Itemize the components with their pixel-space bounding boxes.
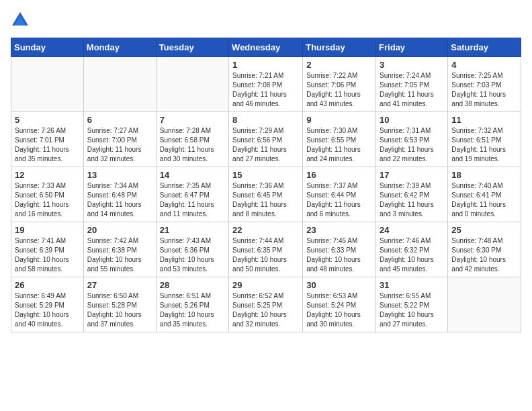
day-cell bbox=[156, 57, 228, 112]
calendar-table: SundayMondayTuesdayWednesdayThursdayFrid… bbox=[11, 38, 521, 332]
day-cell: 15Sunrise: 7:36 AM Sunset: 6:45 PM Dayli… bbox=[229, 167, 303, 222]
day-info: Sunrise: 7:48 AM Sunset: 6:30 PM Dayligh… bbox=[451, 236, 517, 274]
day-number: 1 bbox=[232, 60, 299, 70]
day-cell: 8Sunrise: 7:29 AM Sunset: 6:56 PM Daylig… bbox=[229, 112, 303, 167]
day-number: 23 bbox=[306, 225, 372, 235]
day-cell: 20Sunrise: 7:42 AM Sunset: 6:38 PM Dayli… bbox=[83, 222, 156, 277]
day-info: Sunrise: 7:33 AM Sunset: 6:50 PM Dayligh… bbox=[15, 181, 80, 219]
day-info: Sunrise: 7:44 AM Sunset: 6:35 PM Dayligh… bbox=[232, 236, 299, 274]
day-info: Sunrise: 7:46 AM Sunset: 6:32 PM Dayligh… bbox=[380, 236, 444, 274]
day-info: Sunrise: 6:51 AM Sunset: 5:26 PM Dayligh… bbox=[160, 291, 225, 329]
day-cell: 25Sunrise: 7:48 AM Sunset: 6:30 PM Dayli… bbox=[448, 222, 521, 277]
week-row-3: 12Sunrise: 7:33 AM Sunset: 6:50 PM Dayli… bbox=[11, 167, 521, 222]
day-info: Sunrise: 7:34 AM Sunset: 6:48 PM Dayligh… bbox=[87, 181, 152, 219]
day-number: 26 bbox=[15, 280, 80, 290]
day-cell: 14Sunrise: 7:35 AM Sunset: 6:47 PM Dayli… bbox=[156, 167, 228, 222]
day-number: 28 bbox=[160, 280, 225, 290]
day-info: Sunrise: 6:52 AM Sunset: 5:25 PM Dayligh… bbox=[232, 291, 299, 329]
day-cell: 30Sunrise: 6:53 AM Sunset: 5:24 PM Dayli… bbox=[303, 277, 376, 332]
day-info: Sunrise: 7:42 AM Sunset: 6:38 PM Dayligh… bbox=[87, 236, 152, 274]
day-number: 6 bbox=[87, 115, 152, 125]
weekday-header-monday: Monday bbox=[83, 38, 156, 57]
day-number: 15 bbox=[232, 170, 299, 180]
day-number: 2 bbox=[306, 60, 372, 70]
week-row-1: 1Sunrise: 7:21 AM Sunset: 7:08 PM Daylig… bbox=[11, 57, 521, 112]
day-cell: 29Sunrise: 6:52 AM Sunset: 5:25 PM Dayli… bbox=[229, 277, 303, 332]
logo bbox=[11, 11, 32, 30]
day-info: Sunrise: 7:41 AM Sunset: 6:39 PM Dayligh… bbox=[15, 236, 80, 274]
day-number: 4 bbox=[451, 60, 517, 70]
day-info: Sunrise: 7:39 AM Sunset: 6:42 PM Dayligh… bbox=[380, 181, 444, 219]
day-cell: 4Sunrise: 7:25 AM Sunset: 7:03 PM Daylig… bbox=[448, 57, 521, 112]
day-number: 10 bbox=[380, 115, 444, 125]
day-number: 19 bbox=[15, 225, 80, 235]
day-cell: 27Sunrise: 6:50 AM Sunset: 5:28 PM Dayli… bbox=[83, 277, 156, 332]
day-number: 21 bbox=[160, 225, 225, 235]
day-cell: 10Sunrise: 7:31 AM Sunset: 6:53 PM Dayli… bbox=[376, 112, 448, 167]
day-cell: 5Sunrise: 7:26 AM Sunset: 7:01 PM Daylig… bbox=[11, 112, 84, 167]
day-cell: 3Sunrise: 7:24 AM Sunset: 7:05 PM Daylig… bbox=[376, 57, 448, 112]
week-row-2: 5Sunrise: 7:26 AM Sunset: 7:01 PM Daylig… bbox=[11, 112, 521, 167]
day-cell: 23Sunrise: 7:45 AM Sunset: 6:33 PM Dayli… bbox=[303, 222, 376, 277]
day-info: Sunrise: 7:22 AM Sunset: 7:06 PM Dayligh… bbox=[306, 71, 372, 109]
day-number: 29 bbox=[232, 280, 299, 290]
day-info: Sunrise: 7:37 AM Sunset: 6:44 PM Dayligh… bbox=[306, 181, 372, 219]
weekday-header-wednesday: Wednesday bbox=[229, 38, 303, 57]
day-info: Sunrise: 6:50 AM Sunset: 5:28 PM Dayligh… bbox=[87, 291, 152, 329]
day-number: 8 bbox=[232, 115, 299, 125]
day-info: Sunrise: 7:28 AM Sunset: 6:58 PM Dayligh… bbox=[160, 126, 225, 164]
day-cell: 7Sunrise: 7:28 AM Sunset: 6:58 PM Daylig… bbox=[156, 112, 228, 167]
day-cell: 2Sunrise: 7:22 AM Sunset: 7:06 PM Daylig… bbox=[303, 57, 376, 112]
day-cell: 17Sunrise: 7:39 AM Sunset: 6:42 PM Dayli… bbox=[376, 167, 448, 222]
day-cell: 9Sunrise: 7:30 AM Sunset: 6:55 PM Daylig… bbox=[303, 112, 376, 167]
weekday-header-row: SundayMondayTuesdayWednesdayThursdayFrid… bbox=[11, 38, 521, 57]
day-info: Sunrise: 7:24 AM Sunset: 7:05 PM Dayligh… bbox=[380, 71, 444, 109]
day-number: 25 bbox=[451, 225, 517, 235]
page-header bbox=[11, 11, 521, 30]
day-cell: 11Sunrise: 7:32 AM Sunset: 6:51 PM Dayli… bbox=[448, 112, 521, 167]
day-number: 7 bbox=[160, 115, 225, 125]
weekday-header-friday: Friday bbox=[376, 38, 448, 57]
day-cell: 26Sunrise: 6:49 AM Sunset: 5:29 PM Dayli… bbox=[11, 277, 84, 332]
day-cell: 6Sunrise: 7:27 AM Sunset: 7:00 PM Daylig… bbox=[83, 112, 156, 167]
logo-icon bbox=[11, 11, 30, 30]
day-number: 18 bbox=[451, 170, 517, 180]
day-cell: 12Sunrise: 7:33 AM Sunset: 6:50 PM Dayli… bbox=[11, 167, 84, 222]
day-info: Sunrise: 7:43 AM Sunset: 6:36 PM Dayligh… bbox=[160, 236, 225, 274]
day-number: 14 bbox=[160, 170, 225, 180]
day-number: 5 bbox=[15, 115, 80, 125]
day-cell: 13Sunrise: 7:34 AM Sunset: 6:48 PM Dayli… bbox=[83, 167, 156, 222]
day-number: 16 bbox=[306, 170, 372, 180]
day-info: Sunrise: 7:35 AM Sunset: 6:47 PM Dayligh… bbox=[160, 181, 225, 219]
day-cell: 19Sunrise: 7:41 AM Sunset: 6:39 PM Dayli… bbox=[11, 222, 84, 277]
day-cell bbox=[11, 57, 84, 112]
day-info: Sunrise: 6:49 AM Sunset: 5:29 PM Dayligh… bbox=[15, 291, 80, 329]
day-cell: 18Sunrise: 7:40 AM Sunset: 6:41 PM Dayli… bbox=[448, 167, 521, 222]
day-number: 27 bbox=[87, 280, 152, 290]
day-info: Sunrise: 7:40 AM Sunset: 6:41 PM Dayligh… bbox=[451, 181, 517, 219]
day-info: Sunrise: 7:26 AM Sunset: 7:01 PM Dayligh… bbox=[15, 126, 80, 164]
day-info: Sunrise: 7:36 AM Sunset: 6:45 PM Dayligh… bbox=[232, 181, 299, 219]
day-info: Sunrise: 6:53 AM Sunset: 5:24 PM Dayligh… bbox=[306, 291, 372, 329]
day-number: 9 bbox=[306, 115, 372, 125]
day-number: 3 bbox=[380, 60, 444, 70]
day-number: 24 bbox=[380, 225, 444, 235]
weekday-header-thursday: Thursday bbox=[303, 38, 376, 57]
week-row-5: 26Sunrise: 6:49 AM Sunset: 5:29 PM Dayli… bbox=[11, 277, 521, 332]
day-cell: 22Sunrise: 7:44 AM Sunset: 6:35 PM Dayli… bbox=[229, 222, 303, 277]
day-cell: 31Sunrise: 6:55 AM Sunset: 5:22 PM Dayli… bbox=[376, 277, 448, 332]
day-number: 22 bbox=[232, 225, 299, 235]
day-cell: 24Sunrise: 7:46 AM Sunset: 6:32 PM Dayli… bbox=[376, 222, 448, 277]
day-number: 12 bbox=[15, 170, 80, 180]
day-info: Sunrise: 7:21 AM Sunset: 7:08 PM Dayligh… bbox=[232, 71, 299, 109]
day-info: Sunrise: 6:55 AM Sunset: 5:22 PM Dayligh… bbox=[380, 291, 444, 329]
day-number: 13 bbox=[87, 170, 152, 180]
day-number: 17 bbox=[380, 170, 444, 180]
day-number: 30 bbox=[306, 280, 372, 290]
day-cell: 28Sunrise: 6:51 AM Sunset: 5:26 PM Dayli… bbox=[156, 277, 228, 332]
day-cell bbox=[83, 57, 156, 112]
day-cell: 1Sunrise: 7:21 AM Sunset: 7:08 PM Daylig… bbox=[229, 57, 303, 112]
day-number: 11 bbox=[451, 115, 517, 125]
day-cell bbox=[448, 277, 521, 332]
day-info: Sunrise: 7:30 AM Sunset: 6:55 PM Dayligh… bbox=[306, 126, 372, 164]
